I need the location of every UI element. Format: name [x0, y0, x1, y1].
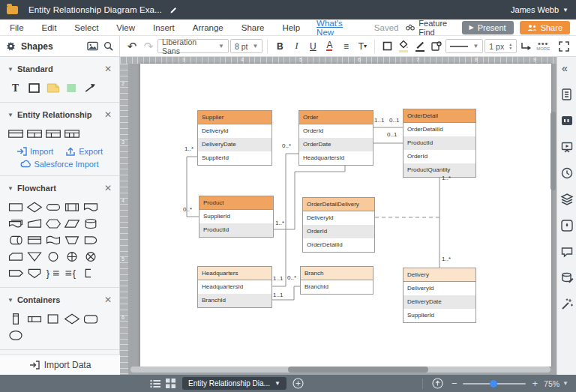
- style-icon[interactable]: [560, 219, 574, 232]
- menu-item-view[interactable]: View: [107, 23, 144, 32]
- shape-manual-input[interactable]: [26, 216, 43, 231]
- menu-item-file[interactable]: File: [0, 23, 33, 32]
- shape-flag[interactable]: [45, 232, 62, 247]
- gear-icon[interactable]: [6, 41, 16, 51]
- text-color-button[interactable]: A: [322, 39, 337, 54]
- zoom-slider[interactable]: [463, 383, 526, 385]
- shape-cont-rounded[interactable]: [82, 311, 99, 326]
- shape-document[interactable]: [82, 199, 99, 214]
- collapse-caret-icon[interactable]: ▼: [8, 185, 14, 192]
- entity-table-headquarters[interactable]: HeadquartersHeadquartersIdBranchId: [197, 266, 272, 308]
- line-style-select[interactable]: ▼: [446, 39, 483, 53]
- shape-brace-right[interactable]: }: [45, 265, 62, 280]
- image-icon[interactable]: [87, 41, 98, 51]
- collapse-caret-icon[interactable]: ▼: [8, 66, 14, 73]
- share-button[interactable]: Share: [520, 21, 570, 34]
- page-grid-icon[interactable]: [163, 378, 178, 390]
- shape-data-button[interactable]: [429, 39, 444, 54]
- menu-item-share[interactable]: Share: [232, 23, 274, 32]
- bold-button[interactable]: B: [272, 39, 287, 54]
- document-icon[interactable]: [560, 88, 574, 101]
- shape-cont-v[interactable]: [8, 311, 24, 326]
- edit-title-icon[interactable]: [170, 6, 178, 14]
- collapse-caret-icon[interactable]: ▼: [8, 112, 14, 118]
- shape-cont-diamond[interactable]: [64, 311, 80, 326]
- menu-item-edit[interactable]: Edit: [33, 23, 66, 32]
- shape-note[interactable]: [45, 80, 62, 95]
- entity-table-delivery[interactable]: DeliveryDeliveryIdDeliveryDateSupplierId: [403, 268, 476, 323]
- fit-to-window-icon[interactable]: [430, 378, 446, 390]
- menu-item-select[interactable]: Select: [65, 23, 107, 32]
- shape-er1[interactable]: [8, 126, 24, 141]
- text-align-button[interactable]: ≡: [338, 39, 353, 54]
- menu-item-help[interactable]: Help: [273, 23, 309, 32]
- shape-terminator[interactable]: [45, 199, 62, 214]
- fill-color-button[interactable]: [396, 39, 411, 54]
- entity-table-branch[interactable]: BranchBranchId: [300, 266, 374, 295]
- shape-cylinder[interactable]: [82, 216, 99, 231]
- shape-trapezoid[interactable]: [64, 232, 80, 247]
- shape-summing[interactable]: [82, 249, 99, 264]
- shape-square-green[interactable]: [64, 80, 80, 95]
- connector-type-button[interactable]: [518, 39, 533, 54]
- folder-icon[interactable]: [7, 6, 18, 14]
- quote-icon[interactable]: [560, 114, 574, 127]
- font-select[interactable]: Liberation Sans▼: [158, 39, 229, 53]
- shape-multidocument[interactable]: [8, 216, 24, 231]
- shape-er4[interactable]: [64, 126, 80, 141]
- horizontal-scrollbar[interactable]: [130, 367, 550, 373]
- shape-arrow[interactable]: [82, 80, 99, 95]
- feature-find-button[interactable]: Feature Find: [406, 19, 455, 37]
- comment-icon[interactable]: [560, 245, 574, 259]
- add-page-button[interactable]: [291, 378, 306, 390]
- shape-er2[interactable]: [26, 126, 43, 141]
- undo-button[interactable]: ↶: [124, 39, 140, 54]
- collapse-caret-icon[interactable]: ▼: [8, 297, 14, 304]
- redo-button[interactable]: ↷: [141, 39, 156, 54]
- shape-brace-left[interactable]: {: [64, 265, 80, 280]
- shape-cont-ellipse[interactable]: [8, 328, 24, 343]
- collapse-icon[interactable]: «: [560, 61, 574, 75]
- whats-new-link[interactable]: What's New: [309, 19, 367, 37]
- close-section-icon[interactable]: ✕: [104, 64, 112, 74]
- magic-wand-icon[interactable]: [560, 298, 574, 311]
- search-icon[interactable]: [104, 41, 113, 51]
- shape-parallelogram[interactable]: [64, 216, 80, 231]
- link-salesforce-import[interactable]: Salesforce Import: [20, 160, 98, 169]
- close-section-icon[interactable]: ✕: [104, 295, 112, 305]
- shape-direct-data[interactable]: [8, 232, 24, 247]
- data-edit-icon[interactable]: [560, 271, 574, 285]
- horizontal-scrollbar-thumb[interactable]: [288, 367, 428, 373]
- text-options-button[interactable]: T▾: [355, 39, 370, 54]
- shape-hexagon[interactable]: [45, 216, 62, 231]
- page-list-icon[interactable]: [148, 378, 163, 390]
- shape-rect[interactable]: [26, 80, 43, 95]
- line-color-button[interactable]: [412, 39, 428, 54]
- fullscreen-icon[interactable]: [556, 39, 572, 54]
- entity-table-supplier[interactable]: SupplierDeliveryIdDeliveryDateSupplierId: [197, 110, 272, 166]
- zoom-in-button[interactable]: +: [532, 380, 538, 388]
- shape-process[interactable]: [8, 199, 24, 214]
- shape-predefined[interactable]: [64, 199, 80, 214]
- shape-internal-storage[interactable]: [26, 232, 43, 247]
- shape-circle[interactable]: [45, 249, 62, 264]
- present-button[interactable]: ▶Present: [462, 21, 514, 34]
- diagram-canvas[interactable]: 3456789 23456 SupplierDeliveryIdDelivery…: [120, 57, 556, 375]
- shape-or[interactable]: [64, 249, 80, 264]
- presentation-icon[interactable]: [560, 140, 574, 154]
- shape-card[interactable]: [8, 249, 24, 264]
- menu-item-insert[interactable]: Insert: [144, 23, 184, 32]
- italic-button[interactable]: I: [289, 39, 304, 54]
- zoom-slider-knob[interactable]: [490, 380, 497, 388]
- zoom-level[interactable]: 75%▼: [544, 379, 568, 388]
- link-export[interactable]: Export: [65, 147, 103, 156]
- shape-style-button[interactable]: [380, 39, 394, 54]
- close-section-icon[interactable]: ✕: [104, 183, 112, 193]
- import-data-button[interactable]: Import Data: [0, 355, 120, 375]
- shape-triangle-down[interactable]: [26, 249, 43, 264]
- entity-table-orderdetail[interactable]: OrderDetailOrderDetailIdProductIdOrderId…: [403, 109, 476, 178]
- link-import[interactable]: Import: [16, 147, 53, 156]
- shape-decision[interactable]: [26, 199, 43, 214]
- menu-item-arrange[interactable]: Arrange: [184, 23, 232, 32]
- shape-offpage[interactable]: [8, 265, 24, 280]
